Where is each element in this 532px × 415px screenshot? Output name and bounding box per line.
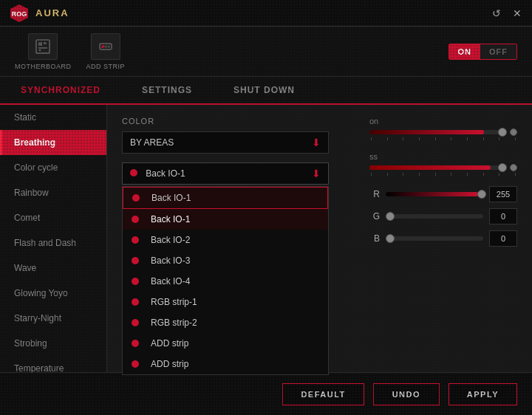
area-item-back-io-1-selected[interactable]: Back IO-1: [123, 187, 328, 209]
sidebar-item-starry-night[interactable]: Starry-Night: [0, 306, 106, 331]
power-on-btn[interactable]: ON: [449, 44, 481, 59]
sidebar-item-rainbow[interactable]: Rainbow: [0, 180, 106, 205]
area-dropdown-list: Back IO-1 Back IO-1 Back IO-2 Back IO-3 …: [122, 186, 329, 375]
area-item-back-io-3[interactable]: Back IO-3: [123, 250, 328, 271]
tick: [403, 137, 403, 140]
sidebar-item-temperature[interactable]: Temperature: [0, 356, 106, 372]
saturation-thumb[interactable]: [498, 163, 507, 172]
brightness-fill: [369, 130, 484, 134]
motherboard-label: MOTHERBOARD: [15, 63, 72, 70]
area-item-dot: [132, 236, 139, 244]
g-channel-row: G 0: [369, 208, 517, 224]
area-item-add-strip-2[interactable]: ADD strip: [123, 354, 328, 374]
tick: [467, 173, 468, 176]
area-item-back-io-4[interactable]: Back IO-4: [123, 271, 328, 292]
motherboard-icon-box: [28, 33, 58, 60]
dropdown-arrow-icon: ⬇: [312, 137, 321, 148]
area-item-rgb-strip-2[interactable]: RGB strip-2: [123, 312, 328, 333]
g-slider-track[interactable]: [386, 214, 483, 219]
saturation-row: ss: [369, 152, 517, 176]
default-button[interactable]: DEFAULT: [282, 383, 364, 405]
tick: [451, 173, 451, 176]
saturation-end-dot: [510, 164, 517, 171]
area-selector-wrapper: Back IO-1 ⬇ Back IO-1 Back IO-1 Back IO-…: [122, 162, 329, 185]
svg-point-10: [107, 45, 110, 48]
rgb-channels: R 255 G 0: [369, 186, 517, 247]
device-add-strip[interactable]: ADD STRIP: [86, 33, 126, 70]
tab-synchronized[interactable]: SYNCHRONIZED: [0, 77, 121, 105]
tick: [371, 173, 372, 176]
saturation-fill: [369, 165, 491, 170]
main-panel: COLOR BY AREAS ⬇ Back IO-1 ⬇ Back IO-1: [107, 105, 532, 372]
tick: [435, 137, 436, 140]
sidebar-item-color-cycle[interactable]: Color cycle: [0, 155, 106, 180]
brightness-track[interactable]: [369, 130, 504, 134]
rog-logo: ROG: [9, 3, 30, 24]
main-tabs: SYNCHRONIZED SETTINGS SHUT DOWN: [0, 77, 532, 105]
r-slider-fill: [386, 192, 478, 196]
tick: [499, 137, 499, 140]
sidebar-item-breathing[interactable]: Breathing: [0, 130, 106, 155]
b-slider-track[interactable]: [386, 236, 483, 241]
device-motherboard[interactable]: MOTHERBOARD: [15, 33, 72, 70]
tick: [371, 137, 372, 140]
svg-rect-4: [44, 42, 47, 44]
g-slider-thumb[interactable]: [386, 212, 395, 221]
area-item-dot: [132, 216, 139, 223]
brightness-ticks: [369, 137, 517, 140]
r-slider-track[interactable]: [386, 192, 483, 196]
sidebar-item-flash-and-dash[interactable]: Flash and Dash: [0, 230, 106, 255]
sidebar-item-static[interactable]: Static: [0, 105, 106, 130]
undo-button[interactable]: UNDO: [373, 383, 440, 405]
tab-settings[interactable]: SETTINGS: [121, 77, 213, 105]
sidebar-item-glowing-yoyo[interactable]: Glowing Yoyo: [0, 281, 106, 306]
r-slider-thumb[interactable]: [477, 190, 486, 199]
area-selector-header[interactable]: Back IO-1 ⬇: [122, 162, 329, 185]
svg-point-6: [39, 49, 41, 51]
r-value[interactable]: 255: [489, 186, 517, 202]
g-value[interactable]: 0: [489, 208, 517, 224]
svg-rect-5: [38, 47, 47, 49]
area-item-back-io-1-dup[interactable]: Back IO-1: [123, 209, 328, 230]
sidebar-item-comet[interactable]: Comet: [0, 205, 106, 230]
b-value[interactable]: 0: [489, 230, 517, 247]
tick: [483, 137, 484, 140]
tick: [483, 173, 484, 176]
tick: [451, 137, 451, 140]
tick: [435, 173, 436, 176]
tick: [387, 137, 388, 140]
b-slider-thumb[interactable]: [386, 234, 395, 243]
g-label: G: [369, 211, 380, 222]
mode-dropdown-label: BY AREAS: [130, 137, 174, 148]
title-bar-left: ROG AURA: [9, 3, 69, 24]
bottom-bar: DEFAULT UNDO APPLY: [0, 372, 532, 415]
tab-shutdown[interactable]: SHUT DOWN: [213, 77, 316, 105]
saturation-track[interactable]: [369, 165, 504, 170]
add-strip-label: ADD STRIP: [86, 63, 126, 70]
b-label: B: [369, 233, 380, 244]
content-area: Static Breathing Color cycle Rainbow Com…: [0, 105, 532, 372]
apply-button[interactable]: APPLY: [449, 383, 517, 405]
sidebar-item-strobing[interactable]: Strobing: [0, 331, 106, 356]
area-item-back-io-2[interactable]: Back IO-2: [123, 230, 328, 250]
brightness-thumb[interactable]: [498, 128, 507, 137]
power-off-btn[interactable]: OFF: [480, 44, 516, 59]
power-toggle[interactable]: ON OFF: [449, 44, 518, 60]
selected-area-label: Back IO-1: [146, 168, 185, 179]
refresh-icon[interactable]: ↺: [491, 7, 502, 19]
saturation-label: ss: [369, 152, 517, 161]
saturation-slider-row: [369, 164, 517, 171]
close-icon[interactable]: ✕: [511, 7, 523, 19]
area-item-dot: [132, 360, 139, 368]
sidebar-item-wave[interactable]: Wave: [0, 255, 106, 281]
r-channel-row: R 255: [369, 186, 517, 202]
area-item-add-strip-1[interactable]: ADD strip: [123, 333, 328, 354]
b-channel-row: B 0: [369, 230, 517, 247]
mode-dropdown[interactable]: BY AREAS ⬇: [122, 131, 329, 154]
tick: [467, 137, 468, 140]
sidebar: Static Breathing Color cycle Rainbow Com…: [0, 105, 107, 372]
area-item-dot: [132, 319, 139, 326]
brightness-row: on: [369, 117, 517, 140]
area-item-rgb-strip-1[interactable]: RGB strip-1: [123, 292, 328, 312]
area-item-dot: [132, 298, 139, 306]
